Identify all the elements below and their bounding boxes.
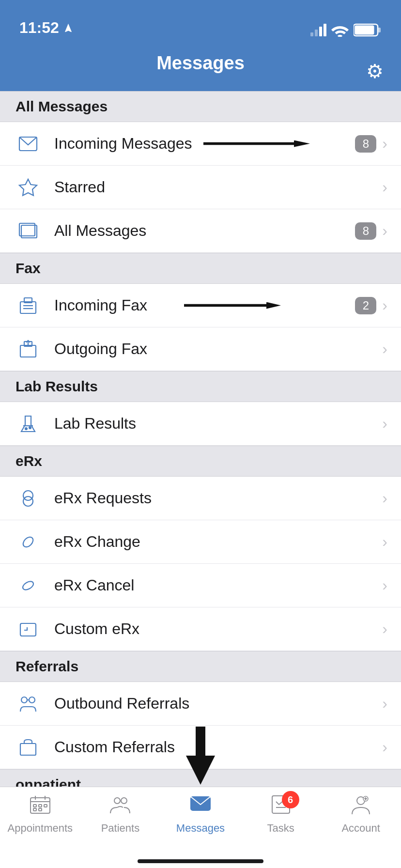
list-item-starred[interactable]: Starred › (0, 166, 401, 209)
svg-point-19 (21, 535, 35, 548)
svg-rect-25 (20, 744, 36, 755)
svg-point-15 (25, 428, 27, 430)
tab-tasks[interactable]: 6 Tasks (241, 795, 321, 835)
section-header-lab-results: Lab Results (0, 371, 401, 402)
fax-header-label: Fax (15, 260, 41, 276)
custom-referrals-label: Custom Referrals (54, 738, 382, 756)
list-item-incoming-fax[interactable]: Incoming Fax 2 › (0, 284, 401, 327)
outgoing-fax-label: Outgoing Fax (54, 340, 382, 358)
list-item-erx-change[interactable]: eRx Change › (0, 520, 401, 564)
status-icons (310, 23, 382, 37)
svg-point-23 (29, 697, 35, 703)
svg-rect-1 (378, 28, 381, 32)
svg-rect-36 (39, 808, 42, 811)
gear-icon[interactable]: ⚙ (366, 60, 384, 82)
erx-change-icon (14, 531, 43, 553)
outgoing-fax-icon (14, 339, 43, 360)
starred-label: Starred (54, 178, 382, 196)
erx-requests-right: › (382, 489, 387, 507)
appointments-tab-icon (30, 795, 51, 819)
erx-cancel-right: › (382, 576, 387, 594)
account-tab-label: Account (341, 822, 380, 835)
svg-rect-32 (33, 805, 36, 807)
svg-rect-21 (20, 623, 36, 636)
custom-erx-right: › (382, 620, 387, 638)
erx-cancel-icon (14, 575, 43, 596)
incoming-fax-right: 2 › (355, 296, 387, 314)
status-bar: 11:52 (0, 0, 401, 43)
starred-icon (14, 177, 43, 198)
tasks-badge-wrap: 6 (270, 795, 292, 819)
list-item-outgoing-fax[interactable]: Outgoing Fax › (0, 327, 401, 371)
incoming-fax-badge: 2 (355, 297, 376, 314)
list-item-outbound-referrals[interactable]: Outbound Referrals › (0, 682, 401, 726)
custom-referrals-right: › (382, 738, 387, 756)
svg-point-38 (121, 798, 127, 804)
incoming-messages-icon (14, 133, 43, 155)
list-item-erx-cancel[interactable]: eRx Cancel › (0, 564, 401, 607)
all-messages-icon (14, 220, 43, 242)
erx-header-label: eRx (15, 453, 42, 469)
referrals-header-label: Referrals (15, 658, 78, 674)
section-header-erx: eRx (0, 446, 401, 477)
messages-tab-label: Messages (176, 822, 225, 835)
svg-point-37 (114, 798, 120, 804)
appointments-tab-label: Appointments (8, 822, 73, 835)
lab-results-header-label: Lab Results (15, 378, 98, 394)
all-messages-label: All Messages (54, 222, 355, 240)
outbound-referrals-label: Outbound Referrals (54, 695, 382, 713)
wifi-icon (331, 23, 349, 37)
tab-patients[interactable]: Patients (80, 795, 161, 835)
incoming-messages-label: Incoming Messages (54, 135, 355, 153)
battery-icon (354, 23, 382, 37)
incoming-messages-badge: 8 (355, 135, 376, 153)
erx-requests-label: eRx Requests (54, 489, 382, 507)
starred-right: › (382, 178, 387, 196)
home-indicator (138, 859, 263, 863)
signal-icon (310, 24, 326, 36)
outgoing-fax-right: › (382, 340, 387, 358)
content-area: All Messages Incoming Messages 8 › Starr… (0, 91, 401, 868)
custom-erx-icon (14, 619, 43, 640)
svg-rect-7 (20, 302, 36, 313)
custom-erx-label: Custom eRx (54, 620, 382, 638)
custom-referrals-icon (14, 737, 43, 758)
list-item-erx-requests[interactable]: eRx Requests › (0, 477, 401, 520)
patients-tab-label: Patients (101, 822, 140, 835)
erx-requests-icon (14, 488, 43, 509)
section-header-referrals: Referrals (0, 651, 401, 682)
location-icon (63, 23, 74, 33)
page-title: Messages (156, 53, 245, 74)
tasks-badge: 6 (282, 791, 299, 808)
erx-change-label: eRx Change (54, 533, 382, 551)
lab-results-label: Lab Results (54, 415, 382, 433)
svg-rect-11 (20, 345, 36, 357)
svg-rect-34 (44, 805, 47, 807)
all-messages-badge: 8 (355, 222, 376, 240)
account-tab-icon (350, 795, 371, 819)
list-item-all-messages[interactable]: All Messages 8 › (0, 209, 401, 253)
tab-appointments[interactable]: Appointments (0, 795, 80, 835)
section-header-label: All Messages (15, 98, 108, 114)
tab-account[interactable]: Account (321, 795, 401, 835)
tab-messages[interactable]: Messages (160, 795, 241, 835)
list-item-custom-erx[interactable]: Custom eRx › (0, 607, 401, 651)
svg-point-16 (29, 427, 31, 429)
tasks-tab-label: Tasks (267, 822, 294, 835)
svg-rect-2 (355, 26, 374, 35)
incoming-fax-icon (14, 295, 43, 316)
list-item-lab-results[interactable]: Lab Results › (0, 402, 401, 446)
outbound-referrals-right: › (382, 695, 387, 713)
all-messages-right: 8 › (355, 222, 387, 240)
section-header-all-messages: All Messages (0, 91, 401, 122)
incoming-fax-label: Incoming Fax (54, 296, 355, 314)
erx-cancel-label: eRx Cancel (54, 576, 382, 594)
svg-point-22 (21, 697, 27, 703)
outbound-referrals-icon (14, 693, 43, 714)
nav-bar: Messages ⚙ (0, 43, 401, 91)
lab-results-icon (14, 413, 43, 434)
list-item-incoming-messages[interactable]: Incoming Messages 8 › (0, 122, 401, 166)
list-item-custom-referrals[interactable]: Custom Referrals › (0, 726, 401, 769)
incoming-messages-right: 8 › (355, 135, 387, 153)
section-header-fax: Fax (0, 253, 401, 284)
